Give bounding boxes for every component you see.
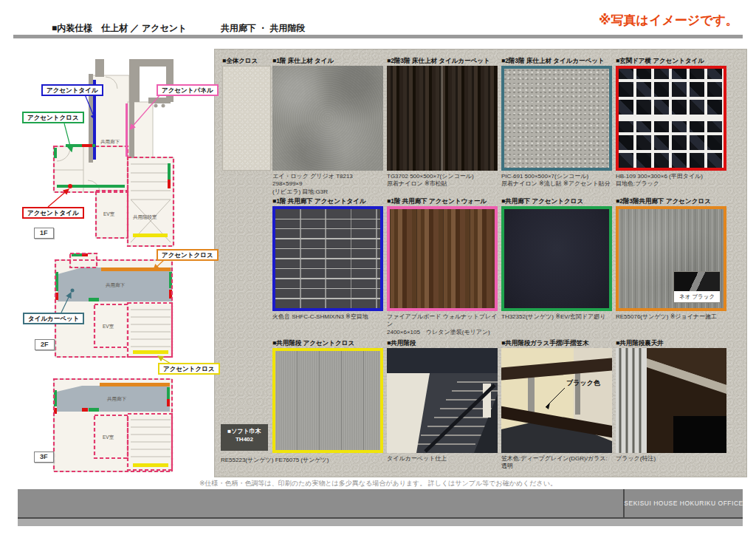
- room-label-ev-1f: EV室: [103, 211, 115, 217]
- swatch-caption: TH32352(サンゲツ) ※EV/玄関ドア廻り: [501, 313, 612, 321]
- swatch-cell-2f3f-accent-cloth: ■2階3階共用廊下 アクセンクロス ネオ ブラック RE55076(サンゲツ) …: [616, 197, 726, 321]
- room-label-corridor-1f: 共用廊下: [100, 139, 120, 145]
- swatch-cell-stair-accent-cloth: ■共用階段 アクセントクロス: [272, 339, 383, 453]
- swatch-header: ■1階 床仕上材 タイル: [272, 57, 383, 66]
- joiner-photo: [674, 272, 720, 291]
- joiner-inset: ネオ ブラック: [674, 272, 720, 302]
- swatch-caption: PIC-691 500×500×7(シンコール) 原着ナイロン ※流し貼 ※アク…: [501, 173, 612, 188]
- swatch-header: ■共用階段ガラス手摺/手摺笠木: [501, 339, 612, 348]
- swatch-header: ■1階 共用廊下 アクセントタイル: [272, 197, 383, 206]
- swatch-1f-corridor-accent-tile: [272, 206, 383, 311]
- swatch-header: ■共用階段: [387, 339, 498, 348]
- swatch-header: ■2階3階共用廊下 アクセンクロス: [616, 197, 726, 206]
- accent-line-yellow: [133, 234, 168, 237]
- callout-tile-carpet: タイルカーペット: [23, 313, 84, 324]
- accent-panel-line-pink: [126, 103, 128, 157]
- soft-skirting-box: ■ソフト巾木 TH402: [221, 424, 268, 451]
- room-label-ev-2f: EV室: [103, 324, 114, 329]
- swatch-caption: 火色音 SHFC-C-SHMIX/N3 ※空目地: [272, 313, 383, 321]
- callout-accent-cloth-green: アクセントクロス: [22, 112, 84, 123]
- swatch-cell-corridor-accent-cloth: ■共用廊下 アクセントクロス TH32352(サンゲツ) ※EV/玄関ドア廻り: [501, 197, 612, 321]
- room-label-ev-3f: EV室: [103, 435, 114, 440]
- accent-line-yellow: [133, 463, 168, 467]
- handrail-annotation: ブラック色: [566, 379, 601, 386]
- swatch-cell-corridor-accent-wall: ■1階 共用廊下 アクセントウォール ファイアブルボード ウォルナットブレイン …: [387, 197, 498, 336]
- photo-stairs: [387, 348, 498, 453]
- stairs-illustration: [387, 348, 498, 453]
- page-title: ■内装仕様 仕上材 ／ アクセント 共用廊下 ・ 共用階段: [52, 22, 305, 35]
- swatch-cell-1f-floor-tile: ■1階 床仕上材 タイル エイ・ロック グリジオ T8213 298×599×9…: [272, 57, 383, 196]
- joiner-label: ネオ ブラック: [674, 291, 720, 302]
- swatch-cell-handrail-photo: ■共用階段ガラス手摺/手摺笠木 ブラック色 笠木色:ディープグレイン(DGR)/…: [501, 339, 612, 471]
- photo-handrail: ブラック色: [501, 348, 612, 453]
- accent-line-yellow: [133, 350, 168, 354]
- floor-label-1f: 1F: [34, 228, 54, 239]
- swatch-header: ■2階3階 床仕上材 タイルカーペット: [387, 57, 498, 66]
- swatch-caption: HB-109 300×300×6 (平田タイル) 目地色:ブラック: [616, 173, 726, 188]
- swatch-cell-entrance-tile: ■玄関ドア横 アクセントタイル HB-109 300×300×6 (平田タイル)…: [616, 57, 726, 188]
- swatch-2f3f-tile-carpet-dark: [387, 66, 498, 171]
- floor-label-3f: 3F: [34, 451, 54, 463]
- swatch-1f-corridor-accent-wall: [387, 206, 498, 311]
- page-location-text: 共用廊下 ・ 共用階段: [221, 23, 306, 33]
- swatch-2f3f-tile-carpet-light: [501, 66, 612, 171]
- swatch-stair-accent-cloth: [272, 348, 383, 453]
- callout-accent-cloth-orange: アクセントクロス: [157, 249, 219, 261]
- swatch-2f3f-corridor-accent-cloth: ネオ ブラック: [616, 206, 726, 311]
- swatch-caption: エイ・ロック グリジオ T8213 298×599×9 (リビエラ) 目地:G3…: [272, 173, 383, 196]
- swatch-header: ■1階 共用廊下 アクセントウォール: [387, 197, 498, 206]
- swatch-header: ■玄関ドア横 アクセントタイル: [616, 57, 726, 66]
- footer-office-name: SEKISUI HOUSE HOKURIKU OFFICE: [625, 489, 743, 517]
- swatch-cell-corridor-accent-tile: ■1階 共用廊下 アクセントタイル 火色音 SHFC-C-SHMIX/N3 ※空…: [272, 197, 383, 321]
- interior-spec-sheet: ■内装仕様 仕上材 ／ アクセント 共用廊下 ・ 共用階段 ※写真はイメージです…: [0, 0, 756, 535]
- stair-ceiling-illustration: [616, 348, 726, 453]
- swatch-header: ■共用階段裏天井: [616, 339, 726, 348]
- footer-bar: SEKISUI HOUSE HOKURIKU OFFICE: [18, 489, 743, 519]
- swatch-1f-floor-tile: [272, 66, 383, 171]
- photo-disclaimer: ※写真はイメージです。: [599, 12, 738, 29]
- swatch-caption: RE55076(サンゲツ) ※ジョイナー施工: [616, 313, 726, 321]
- room-label-corridor-3f: 共用廊下: [107, 396, 127, 402]
- swatch-cell-stair-photo: ■共用階段 タイルカー: [387, 339, 498, 463]
- header-divider: [13, 35, 743, 38]
- room-label-corridor-2f: 共用廊下: [106, 282, 126, 288]
- accent-cloth-line-orange: [100, 383, 170, 386]
- floor-label-2f: 2F: [35, 339, 55, 350]
- accent-cloth-line-orange: [101, 268, 171, 271]
- swatch-entrance-accent-tile: [616, 66, 726, 171]
- swatch-header: ■共用廊下 アクセントクロス: [501, 197, 612, 206]
- swatch-caption: 笠木色:ディープグレイン(DGR)/ガラス:透明: [501, 455, 612, 471]
- callout-accent-tile-blue: アクセントタイル: [41, 84, 103, 96]
- handrail-illustration: ブラック色: [501, 348, 612, 453]
- swatch-caption: ブラック(特注): [616, 455, 726, 463]
- room-label-stair-1f: 共用階段室: [133, 214, 157, 220]
- photo-stair-ceiling: [616, 348, 726, 453]
- swatch-cell-stair-ceiling-photo: ■共用階段裏天井 ブラック(特注): [616, 339, 726, 463]
- swatch-cell-tile-carpet-dark: ■2階3階 床仕上材 タイルカーペット TG3702 500×500×7(シンコ…: [387, 57, 498, 188]
- floor-plan-3f: 共用廊下 EV室: [18, 375, 203, 484]
- callout-accent-tile-red: アクセントタイル: [22, 207, 84, 219]
- swatch-cell-overall-cloth: ■全体クロス: [222, 57, 271, 171]
- swatch-caption: TG3702 500×500×7(シンコール) 原着ナイロン ※市松貼: [387, 173, 498, 188]
- swatch-caption: ファイアブルボード ウォルナットブレイン 2400×6×105 ウレタン塗装(モ…: [387, 313, 498, 336]
- swatch-cell-tile-carpet-light: ■2階3階 床仕上材 タイルカーペット PIC-691 500×500×7(シン…: [501, 57, 612, 188]
- material-panel: ■全体クロス ■1階 床仕上材 タイル エイ・ロック グリジオ T8213 29…: [214, 49, 747, 477]
- swatch-overall-cloth: [222, 66, 271, 171]
- swatch-header: ■全体クロス: [222, 57, 271, 66]
- swatch-header: ■2階3階 床仕上材 タイルカーペット: [501, 57, 612, 66]
- callout-accent-cloth-yellow: アクセントクロス: [158, 363, 220, 375]
- swatch-header: ■共用階段 アクセントクロス: [272, 339, 383, 348]
- swatch-caption: RE55223(サンゲツ) FE76075 (サンゲツ): [221, 456, 392, 464]
- swatch-caption: タイルカーペット仕上: [387, 455, 498, 463]
- page-title-text: ■内装仕様 仕上材 ／ アクセント: [52, 23, 187, 33]
- swatch-corridor-accent-cloth: [501, 206, 612, 311]
- callout-accent-panel: アクセントパネル: [157, 84, 219, 96]
- footer-strip: [18, 519, 743, 526]
